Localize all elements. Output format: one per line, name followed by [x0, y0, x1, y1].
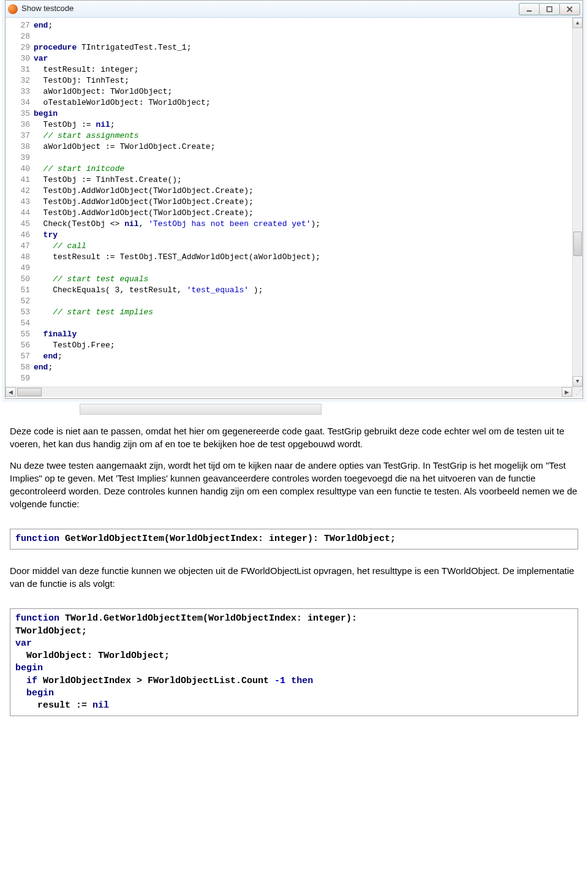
maximize-button[interactable] — [539, 3, 560, 15]
horizontal-scrollbar[interactable]: ◀ ▶ ⋰ — [6, 387, 582, 397]
minimize-icon — [526, 6, 532, 12]
minimize-button[interactable] — [519, 3, 540, 15]
line-number: 51 — [6, 285, 34, 296]
code-line: 32 TestObj: TinhTest; — [6, 75, 572, 86]
vertical-scrollbar[interactable]: ▲ ▼ — [572, 18, 582, 387]
code-text: TestObj := nil; — [34, 119, 572, 130]
code-text: // start assignments — [34, 130, 572, 142]
code-line: 37 // start assignments — [6, 130, 572, 142]
code-text: CheckEquals( 3, testResult, 'test_equals… — [34, 285, 572, 296]
paragraph-3: Door middel van deze functie kunnen we o… — [10, 564, 578, 590]
line-number: 33 — [6, 86, 34, 97]
code-line: 56 TestObj.Free; — [6, 340, 572, 351]
code-text: aWorldObject := TWorldObject.Create; — [34, 142, 572, 153]
app-icon — [8, 4, 18, 14]
titlebar[interactable]: Show testcode — [6, 1, 582, 18]
code-text: finally — [34, 329, 572, 340]
line-number: 34 — [6, 97, 34, 108]
vertical-scroll-thumb[interactable] — [573, 232, 582, 256]
code-text: TestObj.AddWorldObject(TWorldObject.Crea… — [34, 208, 572, 219]
code-text: // start test equals — [34, 274, 572, 285]
svg-rect-1 — [547, 7, 552, 12]
window-title: Show testcode — [21, 3, 519, 14]
code-line: 52 — [6, 296, 572, 307]
line-number: 31 — [6, 64, 34, 75]
code-text — [34, 373, 572, 384]
line-number: 46 — [6, 230, 34, 241]
paragraph-1: Deze code is niet aan te passen, omdat h… — [10, 425, 578, 450]
code-content[interactable]: 27end;2829procedure TIntrigatedTest.Test… — [6, 18, 572, 387]
line-number: 39 — [6, 153, 34, 164]
window-controls — [519, 3, 580, 15]
code-line: 44 TestObj.AddWorldObject(TWorldObject.C… — [6, 208, 572, 219]
line-number: 42 — [6, 186, 34, 197]
line-number: 37 — [6, 130, 34, 142]
code-text: TestObj.AddWorldObject(TWorldObject.Crea… — [34, 197, 572, 208]
scroll-right-arrow-icon[interactable]: ▶ — [562, 387, 572, 397]
code-line: 46 try — [6, 230, 572, 241]
code-line: 33 aWorldObject: TWorldObject; — [6, 86, 572, 97]
code-editor: 27end;2829procedure TIntrigatedTest.Test… — [6, 18, 582, 387]
code-text: end; — [34, 20, 572, 31]
code-line: 30var — [6, 53, 572, 64]
code-line: 59 — [6, 373, 572, 384]
code-line: 34 oTestableWorldObject: TWorldObject; — [6, 97, 572, 108]
code-text: TestObj.Free; — [34, 340, 572, 351]
svg-rect-0 — [527, 10, 532, 12]
line-number: 41 — [6, 175, 34, 186]
code-line: 28 — [6, 31, 572, 42]
scroll-up-arrow-icon[interactable]: ▲ — [573, 18, 582, 28]
code-text: testResult: integer; — [34, 64, 572, 75]
code-text: begin — [34, 108, 572, 119]
testcode-window: Show testcode 27end;2829procedure TIntri… — [5, 0, 583, 399]
code-text: aWorldObject: TWorldObject; — [34, 86, 572, 97]
code-line: 39 — [6, 153, 572, 164]
body-text-2: Door middel van deze functie kunnen we o… — [0, 557, 588, 605]
code-line: 36 TestObj := nil; — [6, 119, 572, 130]
code-line: 41 TestObj := TinhTest.Create(); — [6, 175, 572, 186]
scroll-left-arrow-icon[interactable]: ◀ — [6, 387, 16, 397]
code-text: Check(TestObj <> nil, 'TestObj has not b… — [34, 219, 572, 230]
code-text: end; — [34, 362, 572, 373]
line-number: 27 — [6, 20, 34, 31]
code-text: end; — [34, 351, 572, 362]
code-line: 57 end; — [6, 351, 572, 362]
code-text: // start test implies — [34, 307, 572, 318]
line-number: 56 — [6, 340, 34, 351]
line-number: 55 — [6, 329, 34, 340]
code-text: // call — [34, 241, 572, 252]
horizontal-scroll-track[interactable] — [16, 387, 562, 397]
code-line: 49 — [6, 263, 572, 274]
line-number: 54 — [6, 318, 34, 329]
code-text — [34, 263, 572, 274]
line-number: 43 — [6, 197, 34, 208]
code-line: 51 CheckEquals( 3, testResult, 'test_equ… — [6, 285, 572, 296]
line-number: 44 — [6, 208, 34, 219]
line-number: 59 — [6, 373, 34, 384]
paragraph-2: Nu deze twee testen aangemaakt zijn, wor… — [10, 459, 578, 510]
horizontal-scroll-thumb[interactable] — [17, 388, 42, 396]
code-line: 43 TestObj.AddWorldObject(TWorldObject.C… — [6, 197, 572, 208]
close-button[interactable] — [559, 3, 580, 15]
line-number: 57 — [6, 351, 34, 362]
code-line: 58end; — [6, 362, 572, 373]
line-number: 30 — [6, 53, 34, 64]
line-number: 58 — [6, 362, 34, 373]
maximize-icon — [546, 6, 552, 12]
code-text: testResult := TestObj.TEST_AddWorldObjec… — [34, 252, 572, 263]
code-line: 31 testResult: integer; — [6, 64, 572, 75]
code-text: // start initcode — [34, 164, 572, 175]
resize-grip-icon[interactable]: ⋰ — [572, 387, 582, 397]
code-text: try — [34, 230, 572, 241]
code-line: 35begin — [6, 108, 572, 119]
code-text: oTestableWorldObject: TWorldObject; — [34, 97, 572, 108]
code-line: 27end; — [6, 20, 572, 31]
code-text — [34, 31, 572, 42]
scroll-down-arrow-icon[interactable]: ▼ — [573, 376, 582, 387]
line-number: 36 — [6, 119, 34, 130]
code-line: 54 — [6, 318, 572, 329]
code-text: TestObj.AddWorldObject(TWorldObject.Crea… — [34, 186, 572, 197]
code-line: 47 // call — [6, 241, 572, 252]
line-number: 52 — [6, 296, 34, 307]
code-text: var — [34, 53, 572, 64]
